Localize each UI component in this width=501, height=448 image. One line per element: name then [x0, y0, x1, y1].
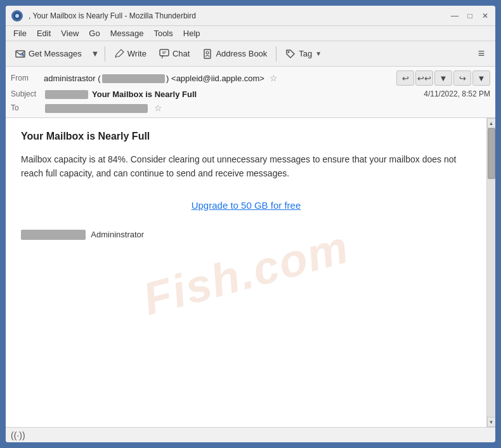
menu-file[interactable]: File: [8, 27, 32, 39]
email-body-text: Mailbox capacity is at 84%. Consider cle…: [21, 152, 471, 181]
scroll-down-arrow[interactable]: ▼: [487, 417, 496, 427]
svg-point-7: [288, 51, 290, 53]
svg-point-6: [206, 51, 209, 54]
app-logo: [11, 10, 23, 22]
window-controls: — □ ✕: [450, 11, 490, 21]
scrollbar-thumb[interactable]: [488, 128, 495, 179]
menu-view[interactable]: View: [56, 27, 84, 39]
signal-status-icon: ((·)): [11, 430, 25, 440]
separator-1: [105, 46, 105, 62]
window-title: , Your Mailbox is Nearly Full - Mozilla …: [29, 11, 450, 20]
from-label: From: [11, 74, 44, 82]
get-messages-dropdown[interactable]: ▼: [89, 44, 101, 64]
from-row: From administrastor (████████████) <appl…: [11, 69, 490, 87]
chat-icon: [159, 49, 169, 59]
toolbar: Get Messages ▼ Write Chat Add: [6, 41, 495, 67]
menu-tools[interactable]: Tools: [148, 27, 178, 39]
titlebar: , Your Mailbox is Nearly Full - Mozilla …: [6, 6, 495, 26]
more-actions-dropdown[interactable]: ▼: [434, 70, 452, 86]
forward-button[interactable]: ↪: [453, 70, 471, 86]
from-star-icon[interactable]: ☆: [270, 73, 278, 83]
email-content: Fish.com Your Mailbox is Nearly Full Mai…: [6, 118, 486, 427]
email-body-title: Your Mailbox is Nearly Full: [21, 131, 471, 142]
write-icon: [114, 49, 124, 59]
get-messages-icon: [15, 49, 25, 59]
subject-main: Your Mailbox is Nearly Full: [92, 89, 197, 99]
menu-message[interactable]: Message: [105, 27, 149, 39]
from-value: administrastor (████████████) <appleid@i…: [44, 73, 396, 83]
subject-redacted: ████████: [45, 90, 88, 99]
reply-all-button[interactable]: ↩↩: [415, 70, 433, 86]
signature-area: ████████ Admininstrator: [21, 230, 471, 240]
to-row: To ████████████████████ ☆: [11, 101, 490, 115]
signature-redacted: ████████: [21, 230, 86, 240]
menu-help[interactable]: Help: [178, 27, 205, 39]
get-messages-button[interactable]: Get Messages: [10, 44, 88, 64]
menu-edit[interactable]: Edit: [32, 27, 56, 39]
tag-button[interactable]: Tag ▼: [280, 44, 327, 64]
email-action-buttons: ↩ ↩↩ ▼ ↪ ▼: [396, 70, 490, 86]
main-window: , Your Mailbox is Nearly Full - Mozilla …: [4, 4, 497, 444]
address-book-icon: [202, 49, 212, 59]
menu-go[interactable]: Go: [84, 27, 105, 39]
email-body: Your Mailbox is Nearly Full Mailbox capa…: [21, 131, 471, 240]
address-book-button[interactable]: Address Book: [197, 44, 273, 64]
tag-icon: [285, 49, 296, 59]
tag-dropdown-arrow[interactable]: ▼: [315, 50, 322, 57]
menubar: File Edit View Go Message Tools Help: [6, 26, 495, 41]
scroll-up-arrow[interactable]: ▲: [487, 118, 496, 128]
subject-label: Subject: [11, 89, 44, 98]
chat-button[interactable]: Chat: [153, 44, 195, 64]
from-email: ) <appleid@iid.apple.com>: [166, 74, 264, 83]
reply-button[interactable]: ↩: [396, 70, 414, 86]
from-name: administrastor (: [44, 74, 101, 83]
more-button[interactable]: ▼: [472, 70, 490, 86]
svg-rect-4: [160, 49, 169, 56]
close-button[interactable]: ✕: [480, 11, 490, 21]
to-value: ████████████████████ ☆: [44, 103, 490, 113]
to-label: To: [11, 103, 44, 112]
maximize-button[interactable]: □: [465, 11, 475, 21]
email-header: From administrastor (████████████) <appl…: [6, 67, 495, 118]
statusbar: ((·)): [6, 427, 495, 442]
scrollbar-track[interactable]: [487, 128, 495, 417]
subject-row: Subject ████████ Your Mailbox is Nearly …: [11, 87, 490, 101]
subject-value: ████████ Your Mailbox is Nearly Full: [44, 89, 424, 99]
separator-2: [276, 46, 277, 62]
hamburger-menu-button[interactable]: ≡: [471, 44, 491, 64]
upgrade-link[interactable]: Upgrade to 50 GB for free: [21, 200, 471, 211]
svg-point-2: [15, 14, 19, 18]
to-redacted: ████████████████████: [45, 104, 148, 113]
email-date: 4/11/2022, 8:52 PM: [424, 89, 490, 98]
scrollbar[interactable]: ▲ ▼: [486, 118, 495, 427]
email-content-wrapper: Fish.com Your Mailbox is Nearly Full Mai…: [6, 118, 495, 427]
write-button[interactable]: Write: [108, 44, 152, 64]
from-redacted: ████████████: [102, 74, 166, 83]
minimize-button[interactable]: —: [450, 11, 460, 21]
hamburger-icon: ≡: [478, 47, 485, 60]
signature-name: Admininstrator: [91, 230, 144, 239]
to-star-icon[interactable]: ☆: [154, 103, 162, 113]
